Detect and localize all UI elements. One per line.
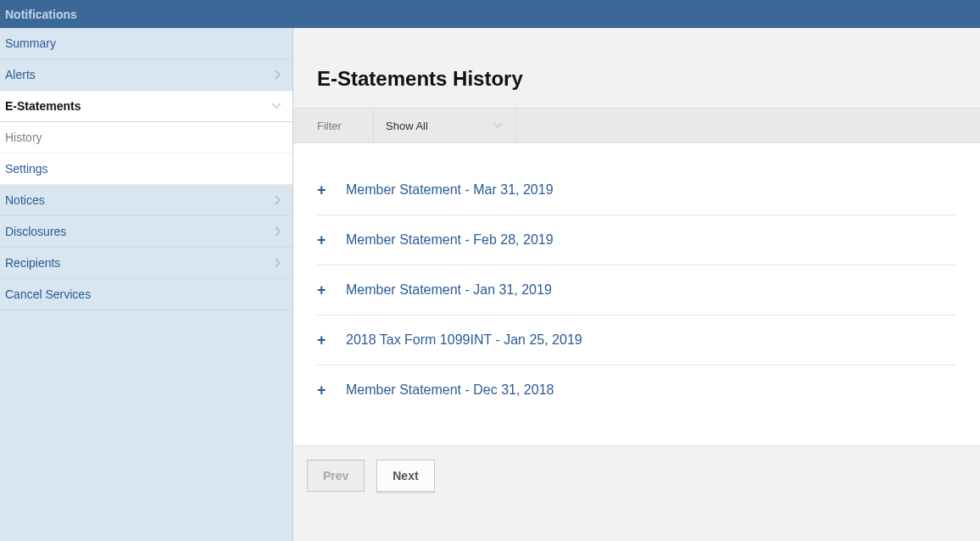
statement-row[interactable]: + Member Statement - Jan 31, 2019 xyxy=(317,265,956,315)
sidebar-item-settings[interactable]: Settings xyxy=(0,153,292,185)
statement-label: 2018 Tax Form 1099INT - Jan 25, 2019 xyxy=(346,332,582,348)
sidebar-item-label: Cancel Services xyxy=(5,287,91,301)
statement-row[interactable]: + Member Statement - Dec 31, 2018 xyxy=(317,365,956,415)
sidebar-item-label: Notices xyxy=(5,193,45,207)
filter-bar: Filter Show All xyxy=(293,108,980,143)
chevron-down-icon xyxy=(270,102,282,110)
chevron-down-icon xyxy=(492,121,504,130)
page-title: E-Statements History xyxy=(317,67,980,91)
sidebar-item-label: Recipients xyxy=(5,256,60,270)
expand-icon: + xyxy=(317,382,346,398)
sidebar-item-label: Alerts xyxy=(5,68,36,81)
statement-row[interactable]: + Member Statement - Feb 28, 2019 xyxy=(317,215,956,265)
statement-row[interactable]: + Member Statement - Mar 31, 2019 xyxy=(317,165,956,215)
statement-label: Member Statement - Jan 31, 2019 xyxy=(346,282,552,298)
chevron-right-icon xyxy=(274,69,282,81)
sidebar-item-e-statements[interactable]: E-Statements xyxy=(0,91,292,122)
filter-select-value: Show All xyxy=(386,120,428,132)
filter-select[interactable]: Show All xyxy=(374,109,516,142)
next-button[interactable]: Next xyxy=(376,460,434,492)
sidebar-item-disclosures[interactable]: Disclosures xyxy=(0,216,292,248)
main-panel: E-Statements History Filter Show All + M… xyxy=(293,28,980,541)
sidebar-item-cancel-services[interactable]: Cancel Services xyxy=(0,279,292,310)
statement-label: Member Statement - Mar 31, 2019 xyxy=(346,182,554,198)
sidebar-item-label: E-Statements xyxy=(5,99,81,113)
sidebar-item-label: Settings xyxy=(5,162,48,176)
filter-label: Filter xyxy=(293,109,374,142)
statement-row[interactable]: + 2018 Tax Form 1099INT - Jan 25, 2019 xyxy=(317,315,956,365)
layout: Summary Alerts E-Statements History Sett… xyxy=(0,28,980,541)
sidebar-item-label: Disclosures xyxy=(5,225,66,238)
prev-button: Prev xyxy=(307,460,365,492)
chevron-right-icon xyxy=(274,257,282,269)
chevron-right-icon xyxy=(274,194,282,206)
sidebar-item-alerts[interactable]: Alerts xyxy=(0,59,292,91)
sidebar-item-recipients[interactable]: Recipients xyxy=(0,248,292,279)
sidebar-item-summary[interactable]: Summary xyxy=(0,28,292,59)
expand-icon: + xyxy=(317,182,346,198)
app-title: Notifications xyxy=(5,8,77,21)
app-header: Notifications xyxy=(0,0,980,28)
statement-label: Member Statement - Dec 31, 2018 xyxy=(346,382,554,398)
sidebar-item-notices[interactable]: Notices xyxy=(0,185,292,216)
expand-icon: + xyxy=(317,232,346,248)
statements-list: + Member Statement - Mar 31, 2019 + Memb… xyxy=(293,143,980,445)
sidebar-item-label: Summary xyxy=(5,36,56,50)
statement-label: Member Statement - Feb 28, 2019 xyxy=(346,232,554,248)
pager: Prev Next xyxy=(293,445,980,512)
expand-icon: + xyxy=(317,332,346,348)
sidebar-item-label: History xyxy=(5,131,42,144)
chevron-right-icon xyxy=(274,226,282,237)
sidebar: Summary Alerts E-Statements History Sett… xyxy=(0,28,293,541)
sidebar-item-history[interactable]: History xyxy=(0,122,292,153)
expand-icon: + xyxy=(317,282,346,298)
